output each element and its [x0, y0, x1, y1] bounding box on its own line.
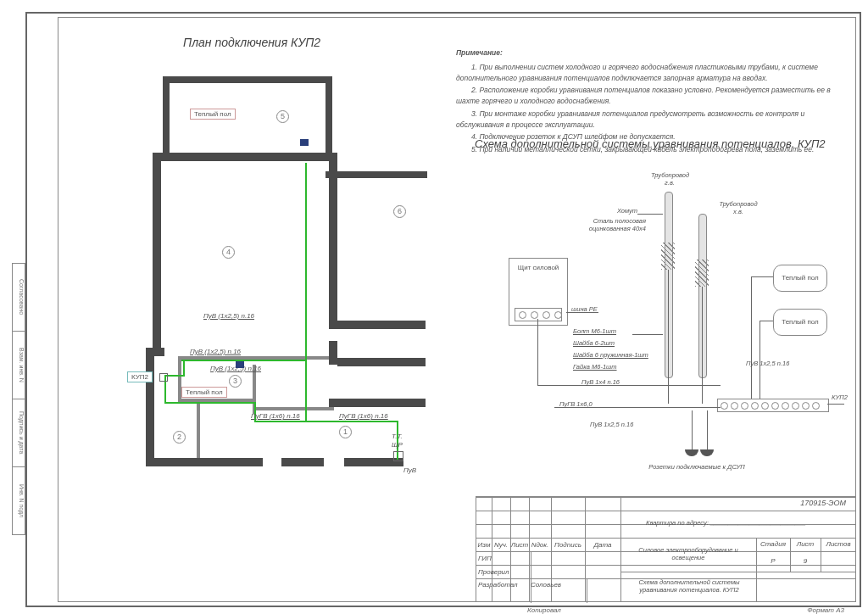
- title-block: Изм Nуч. Лист Nдок. Подпись Дата ГИП Про…: [476, 496, 856, 602]
- stage-hdr: Стадия: [756, 538, 791, 551]
- developer-name: Соловьев: [529, 579, 587, 603]
- desc2: Схема дополнительной системы уравнивания…: [626, 578, 753, 594]
- heated-floor-tag: Теплый пол: [181, 387, 227, 398]
- sheet-val: 9: [790, 551, 821, 572]
- room-number: 3: [229, 375, 242, 388]
- schematic-title: Схема дополнительной системы уравнивания…: [475, 137, 826, 150]
- side-label: Взам. инв. N: [12, 332, 25, 399]
- side-label: Инв. N подл: [12, 467, 25, 535]
- plan-title: План подключения КУП2: [183, 36, 320, 49]
- developed-label: Разработал: [476, 579, 531, 603]
- heated-floor-box: Теплый пол: [773, 309, 827, 336]
- wire-panel-label: ПуВ 1х4 п.16: [581, 378, 620, 386]
- clamp-label: Хомут: [578, 207, 637, 215]
- address-label: Квартира по адресу: ____________________…: [646, 519, 806, 527]
- room-number: 2: [173, 431, 186, 444]
- kup-tag: КУП2: [127, 371, 153, 382]
- spring-washer-label: Шайба 6 пружинная-1шт: [573, 351, 648, 359]
- panel-icon: [393, 451, 403, 461]
- wire-label: ПуГВ (1х6) п.16: [339, 412, 388, 420]
- panel-box: Щит силовой: [509, 258, 568, 326]
- project-code: 170915-ЭОМ: [800, 499, 846, 507]
- wire-label: ПуГВ (1х6) п.16: [251, 412, 300, 420]
- tt-label: Т.Т.: [392, 433, 403, 440]
- washer-label: Шайба 6-2шт: [573, 339, 615, 347]
- hot-pipe: [665, 192, 673, 378]
- socket-icon: [685, 449, 714, 458]
- kup-box-icon: [159, 373, 168, 382]
- panel-label: Щит силовой: [518, 264, 559, 271]
- room-number: 1: [339, 426, 352, 438]
- gip-label: ГИП: [476, 552, 531, 566]
- notes-heading: Примечание:: [456, 47, 843, 59]
- side-label: Подпись и дата: [12, 399, 25, 467]
- hot-pipe-label: Трубопровод г.в.: [651, 171, 688, 187]
- wire-socket-label: ПуВ 1х2,5 п.16: [590, 421, 633, 428]
- sheets-val: [821, 551, 856, 572]
- schematic-diagram: Трубопровод г.в. Трубопровод х.в. Хомут …: [480, 166, 844, 472]
- cold-pipe: [698, 214, 707, 378]
- sheet-hdr: Лист: [790, 538, 821, 551]
- format-label: Формат А3: [807, 606, 844, 614]
- floor-plan: 1 2 3 4 5 6 Теплый пол Теплый пол КУП2 П…: [71, 61, 426, 468]
- kup-label: КУП2: [832, 394, 848, 401]
- sockets-label: Розетки подключаемые к ДСУП: [629, 463, 765, 471]
- heated-floor-tag: Теплый пол: [190, 109, 236, 120]
- note-item: 3. При монтаже коробки уравнивания потен…: [456, 109, 843, 131]
- desc1: Силовое электрооборудование и освещение: [629, 546, 748, 561]
- wire-tp-label: ПуВ 1х2,5 п.16: [746, 360, 789, 367]
- cold-pipe-label: Трубопровод х.в.: [717, 200, 760, 215]
- busbar: [717, 399, 829, 412]
- heated-floor-box: Теплый пол: [773, 265, 827, 292]
- side-label: Согласовано: [12, 263, 25, 332]
- copied-label: Копировал: [527, 606, 561, 614]
- fixture-icon: [236, 361, 244, 368]
- bolt-label: Болт М6-1шт: [573, 327, 616, 335]
- fixture-icon: [300, 139, 309, 146]
- room-number: 5: [276, 110, 289, 123]
- room-number: 4: [222, 246, 235, 259]
- col-list: Лист: [510, 539, 530, 552]
- col-sign: Подпись: [551, 539, 586, 552]
- note-item: 1. При выполнении систем холодного и гор…: [456, 62, 843, 84]
- col-izm: Изм: [476, 539, 492, 552]
- clamp-label2: Сталь полосовая оцинкованная 40х4: [566, 217, 646, 232]
- schr-label: ЩР: [392, 441, 403, 449]
- wire-label: ПуВ (1х2,5) п.16: [190, 348, 241, 355]
- col-date: Дата: [585, 539, 621, 552]
- side-strip: Согласовано Взам. инв. N Подпись и дата …: [12, 263, 24, 599]
- room-number: 6: [393, 205, 406, 218]
- wire-label: ПуВ (1х2,5) п.16: [203, 312, 254, 320]
- note-item: 2. Расположение коробки уравнивания поте…: [456, 85, 843, 107]
- col-nuch: Nуч.: [492, 539, 511, 552]
- checked-label: Проверил: [476, 566, 531, 579]
- col-ndoc: Nдок.: [529, 539, 552, 552]
- nut-label: Гайка М6-1шт: [573, 363, 617, 371]
- sheets-hdr: Листов: [821, 538, 856, 551]
- stage-val: Р: [756, 551, 791, 572]
- drawing-sheet: Согласовано Взам. инв. N Подпись и дата …: [0, 0, 868, 614]
- wire-label: ПуВ: [403, 466, 416, 474]
